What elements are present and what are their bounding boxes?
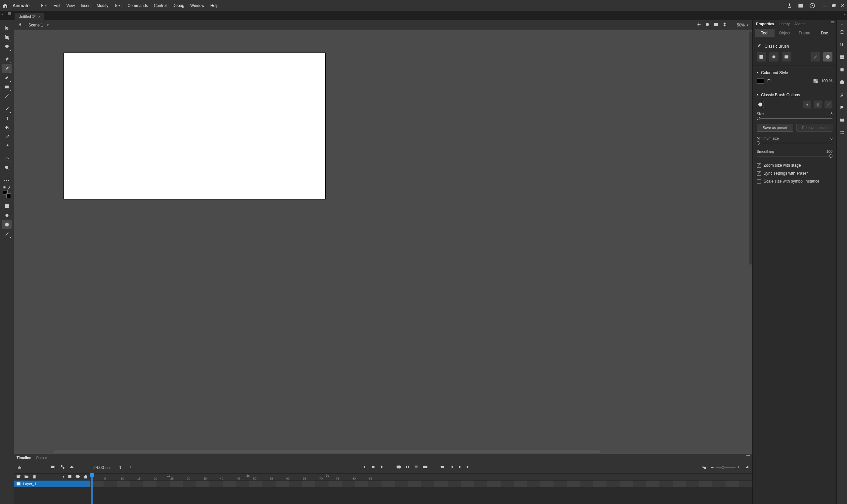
vertical-scrollbar[interactable] <box>749 32 752 265</box>
min-size-value[interactable]: 0 <box>830 136 832 140</box>
menu-edit[interactable]: Edit <box>51 2 64 9</box>
share-icon[interactable] <box>787 3 792 8</box>
create-tween-icon[interactable] <box>423 465 427 470</box>
onion-skin-icon[interactable] <box>396 465 401 470</box>
lasso-tool[interactable] <box>2 42 12 51</box>
current-frame[interactable]: 1 <box>119 465 122 470</box>
fluid-brush-tool[interactable] <box>2 55 12 64</box>
layer-visibility-icon[interactable] <box>75 474 80 479</box>
first-frame-icon[interactable] <box>449 465 453 470</box>
resize-timeline-icon[interactable] <box>744 465 749 470</box>
window-close-icon[interactable] <box>841 4 844 7</box>
play-test-icon[interactable] <box>809 3 815 8</box>
fill-color-swatch[interactable] <box>6 194 11 198</box>
opacity-icon[interactable] <box>813 79 818 83</box>
tab-library[interactable]: Library <box>778 22 790 26</box>
insert-keyframe-icon[interactable] <box>371 465 375 470</box>
size-slider[interactable] <box>757 116 832 121</box>
play-icon[interactable] <box>458 465 462 470</box>
subtab-tool[interactable]: Tool <box>755 29 775 37</box>
properties-panel-menu-icon[interactable] <box>831 21 834 23</box>
lock-fill-option[interactable] <box>782 52 791 61</box>
section-brush-options[interactable]: ▾ Classic Brush Options <box>757 91 832 99</box>
layer-name[interactable]: Layer_1 <box>23 482 36 486</box>
edit-preset-icon[interactable] <box>825 101 832 108</box>
add-folder-icon[interactable] <box>24 474 29 480</box>
panel-collapse-right-icon[interactable]: » <box>844 12 846 16</box>
tilt-option[interactable] <box>823 52 832 61</box>
add-camera-icon[interactable] <box>51 465 56 470</box>
panel-collapse-left-icon[interactable]: « <box>1 12 3 16</box>
line-tool[interactable] <box>2 92 12 101</box>
scene-symbol-icon[interactable] <box>18 22 22 28</box>
layer-row[interactable]: Layer_1 <box>14 481 90 487</box>
menu-file[interactable]: File <box>38 2 50 9</box>
menu-text[interactable]: Text <box>111 2 125 9</box>
checkbox-icon[interactable] <box>757 171 761 176</box>
align-panel-icon[interactable] <box>839 54 845 60</box>
delete-preset-icon[interactable] <box>814 101 822 108</box>
subtab-frame[interactable]: Frame <box>795 29 815 37</box>
object-drawing-toggle[interactable] <box>2 201 12 211</box>
eyedropper-tool[interactable] <box>2 132 12 141</box>
layer-lock-icon[interactable] <box>84 474 87 480</box>
smoothing-slider[interactable] <box>757 154 832 159</box>
edit-multiple-frames-icon[interactable] <box>406 465 410 470</box>
size-value[interactable]: 3 <box>830 112 832 116</box>
layer-depth-icon[interactable] <box>70 465 74 470</box>
fps-value[interactable]: 24.00 <box>93 465 104 470</box>
frames-area[interactable]: 1s 2s 3s 5 10 15 20 25 30 35 40 45 50 55 <box>90 473 752 504</box>
frames-ruler[interactable]: 1s 2s 3s 5 10 15 20 25 30 35 40 45 50 55 <box>90 473 752 481</box>
close-icon[interactable]: × <box>38 15 40 19</box>
undo-timeline-icon[interactable] <box>702 465 706 470</box>
free-transform-tool[interactable] <box>2 33 12 42</box>
stage[interactable] <box>64 53 325 199</box>
menu-debug[interactable]: Debug <box>170 2 187 9</box>
add-preset-icon[interactable]: ＋ <box>803 101 811 108</box>
section-color-style[interactable]: ▾ Color and Style <box>757 69 832 77</box>
pen-tool[interactable] <box>2 104 12 113</box>
tab-assets[interactable]: Assets <box>794 22 805 26</box>
smoothing-value[interactable]: 100 <box>827 149 832 154</box>
playhead[interactable] <box>91 473 93 504</box>
menu-modify[interactable]: Modify <box>94 2 111 9</box>
document-tab[interactable]: Untitled-1* × <box>15 13 44 20</box>
menu-insert[interactable]: Insert <box>78 2 94 9</box>
pressure-toggle-icon[interactable] <box>2 220 12 229</box>
check-zoom-stage[interactable]: Zoom size with stage <box>757 161 832 169</box>
fit-stage-icon[interactable] <box>722 22 727 28</box>
save-preset-button[interactable]: Save as preset <box>757 124 793 132</box>
remove-preset-button[interactable]: Remove preset <box>796 124 833 132</box>
loop-icon[interactable] <box>440 465 445 470</box>
menu-commands[interactable]: Commands <box>125 2 151 9</box>
transform-panel-icon[interactable] <box>839 67 845 73</box>
fill-opacity[interactable]: 100 % <box>821 79 832 83</box>
rotate-stage-icon[interactable] <box>705 22 710 28</box>
fill-color-swatch[interactable] <box>757 78 764 84</box>
info-panel-icon[interactable] <box>839 79 845 86</box>
object-drawing-option[interactable] <box>757 52 766 61</box>
panel-menu-icon[interactable] <box>8 12 11 15</box>
window-restore-icon[interactable] <box>832 4 836 7</box>
scene-chevron-down-icon[interactable]: ▾ <box>47 23 49 27</box>
layer-frames-track[interactable] <box>90 481 752 487</box>
subtab-doc[interactable]: Doc <box>815 29 834 37</box>
pressure-option[interactable] <box>811 52 820 61</box>
library-panel-icon[interactable] <box>839 117 845 123</box>
check-scale-symbol[interactable]: Scale size with symbol instance <box>757 177 832 185</box>
classic-brush-tool[interactable] <box>2 64 12 73</box>
eraser-tool[interactable] <box>2 73 12 82</box>
workspace-icon[interactable] <box>798 3 803 8</box>
check-sync-eraser[interactable]: Sync settings with eraser <box>757 169 832 177</box>
zoom-value[interactable]: 50% <box>729 23 745 28</box>
clip-stage-icon[interactable] <box>714 22 718 28</box>
components-panel-icon[interactable] <box>839 129 845 136</box>
min-size-slider[interactable] <box>757 141 832 145</box>
scene-name[interactable]: Scene 1 <box>29 23 43 28</box>
next-keyframe-icon[interactable] <box>380 465 384 470</box>
brush-shape-preview[interactable] <box>757 101 764 108</box>
swatches-panel-icon[interactable] <box>839 41 845 48</box>
last-frame-icon[interactable] <box>466 465 471 470</box>
checkbox-icon[interactable] <box>757 163 761 168</box>
brush-mode-icon[interactable] <box>2 211 12 220</box>
